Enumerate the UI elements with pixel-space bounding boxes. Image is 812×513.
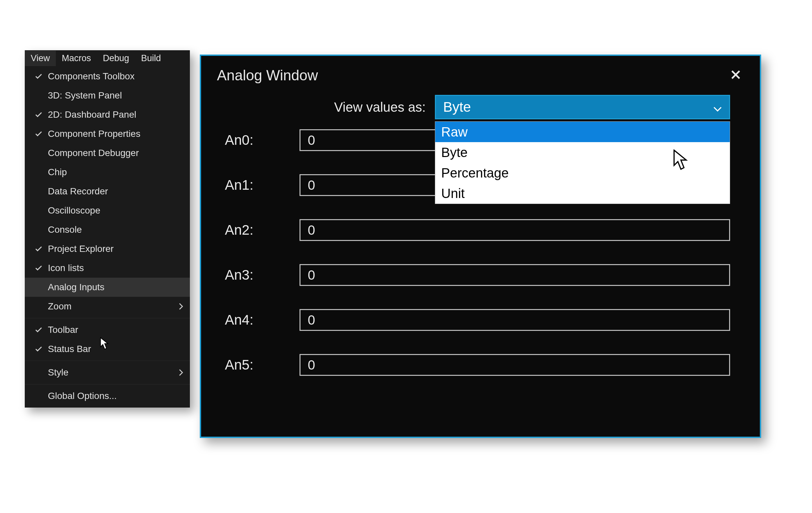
combo-option-raw[interactable]: Raw (435, 122, 730, 142)
analog-channel-row: An2: 0 (225, 219, 730, 241)
menubar-item-macros[interactable]: Macros (56, 51, 97, 66)
menu-item-label: Icon lists (48, 263, 184, 273)
menu-separator (25, 318, 190, 318)
combo-option-byte[interactable]: Byte (435, 142, 730, 163)
menubar-item-debug[interactable]: Debug (97, 51, 135, 66)
view-values-as-combo[interactable]: Byte Raw Byte Percentage Unit (435, 95, 730, 119)
analog-channel-row: An4: 0 (225, 309, 730, 331)
analog-channel-row: An3: 0 (225, 264, 730, 286)
analog-window-title: Analog Window (217, 67, 318, 84)
channel-label-an3: An3: (225, 267, 271, 283)
menu-item-label: Data Recorder (48, 186, 184, 197)
channel-label-an0: An0: (225, 132, 271, 148)
menu-item-icon-lists[interactable]: Icon lists (25, 259, 190, 278)
combo-dropdown-list: Raw Byte Percentage Unit (435, 121, 730, 204)
menu-item-component-properties[interactable]: Component Properties (25, 124, 190, 143)
menu-item-label: Oscilloscope (48, 205, 184, 216)
chevron-right-icon (177, 369, 184, 376)
check-icon (29, 245, 48, 253)
check-icon (29, 345, 48, 353)
menu-item-2d-dashboard-panel[interactable]: 2D: Dashboard Panel (25, 105, 190, 124)
combo-option-unit[interactable]: Unit (435, 183, 730, 204)
menu-item-label: Global Options... (48, 391, 184, 401)
combo-display[interactable]: Byte (435, 95, 730, 119)
menu-item-label: Components Toolbox (48, 71, 184, 82)
check-icon (29, 264, 48, 272)
view-values-as-row: View values as: Byte Raw Byte Percentage… (201, 93, 760, 119)
menu-item-label: Status Bar (48, 344, 184, 354)
menu-item-component-debugger[interactable]: Component Debugger (25, 143, 190, 163)
menu-item-data-recorder[interactable]: Data Recorder (25, 182, 190, 201)
channel-label-an4: An4: (225, 312, 271, 328)
menu-item-label: Zoom (48, 301, 177, 312)
channel-value-an5[interactable]: 0 (299, 354, 730, 376)
close-button[interactable] (727, 67, 744, 84)
channel-value-an3[interactable]: 0 (299, 264, 730, 286)
menu-item-toolbar[interactable]: Toolbar (25, 320, 190, 340)
menu-item-analog-inputs[interactable]: Analog Inputs (25, 278, 190, 297)
analog-channel-row: An5: 0 (225, 354, 730, 376)
menu-item-zoom[interactable]: Zoom (25, 297, 190, 316)
close-icon (730, 69, 741, 82)
combo-option-percentage[interactable]: Percentage (435, 163, 730, 183)
menubar-item-view[interactable]: View (25, 51, 56, 66)
view-values-as-label: View values as: (231, 100, 426, 115)
menu-item-global-options[interactable]: Global Options... (25, 386, 190, 406)
menu-item-label: Style (48, 367, 177, 378)
menu-item-console[interactable]: Console (25, 220, 190, 239)
menu-item-oscilloscope[interactable]: Oscilloscope (25, 201, 190, 220)
check-icon (29, 72, 48, 81)
chevron-right-icon (177, 303, 184, 310)
menu-item-label: Console (48, 224, 184, 235)
channel-value-an4[interactable]: 0 (299, 309, 730, 331)
chevron-down-icon (713, 99, 722, 115)
check-icon (29, 130, 48, 138)
view-menu-body: Components Toolbox 3D: System Panel 2D: … (25, 66, 190, 408)
analog-window-titlebar: Analog Window (201, 56, 760, 93)
menu-item-status-bar[interactable]: Status Bar (25, 340, 190, 359)
menu-item-style[interactable]: Style (25, 363, 190, 382)
menubar-item-build[interactable]: Build (135, 51, 167, 66)
menu-item-label: Analog Inputs (48, 282, 184, 293)
menu-item-label: Chip (48, 167, 184, 178)
menu-separator (25, 384, 190, 384)
combo-selected-text: Byte (443, 99, 471, 115)
check-icon (29, 110, 48, 119)
menu-item-label: Toolbar (48, 325, 184, 335)
menu-item-label: Component Debugger (48, 148, 184, 158)
menu-item-chip[interactable]: Chip (25, 163, 190, 182)
menu-item-project-explorer[interactable]: Project Explorer (25, 239, 190, 259)
menu-item-label: 2D: Dashboard Panel (48, 109, 184, 120)
menu-item-label: Component Properties (48, 129, 184, 139)
channel-value-an2[interactable]: 0 (299, 219, 730, 241)
menubar: View Macros Debug Build (25, 50, 190, 66)
menu-item-3d-system-panel[interactable]: 3D: System Panel (25, 86, 190, 105)
menu-item-components-toolbox[interactable]: Components Toolbox (25, 67, 190, 86)
channel-label-an2: An2: (225, 222, 271, 238)
menu-item-label: 3D: System Panel (48, 90, 184, 101)
check-icon (29, 326, 48, 334)
channel-label-an1: An1: (225, 177, 271, 193)
analog-window: Analog Window View values as: Byte Raw B… (200, 55, 761, 438)
menu-item-label: Project Explorer (48, 244, 184, 254)
view-menu-panel: View Macros Debug Build Components Toolb… (25, 50, 190, 408)
channel-label-an5: An5: (225, 357, 271, 373)
